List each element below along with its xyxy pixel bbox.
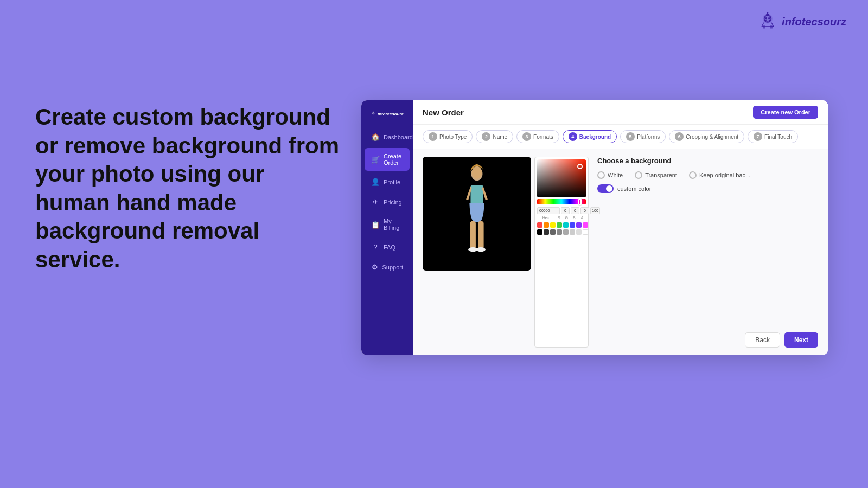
color-swatch-dark1[interactable] <box>544 229 549 235</box>
sidebar-item-label: Create Order <box>384 153 403 166</box>
sidebar-item-dashboard[interactable]: 🏠 Dashboard <box>365 128 410 146</box>
color-swatch-gray4[interactable] <box>570 229 575 235</box>
svg-rect-18 <box>470 221 476 250</box>
top-logo-text: infotecsourz <box>782 16 846 28</box>
hex-input[interactable] <box>537 207 560 214</box>
bg-options-row: White Transparent Keep original bac... <box>597 171 818 179</box>
sidebar-item-faq[interactable]: ? FAQ <box>365 238 410 256</box>
step-label-3: Formats <box>533 134 553 140</box>
color-picker-panel: Hex R G B A <box>534 157 589 348</box>
step-num-6: 6 <box>675 132 684 141</box>
custom-color-label: custom color <box>617 185 651 192</box>
color-swatch-gray3[interactable] <box>563 229 569 235</box>
sidebar-item-billing[interactable]: 📋 My Billing <box>365 213 410 236</box>
b-label: B <box>571 216 577 220</box>
svg-rect-8 <box>770 25 773 28</box>
svg-point-21 <box>476 247 486 252</box>
color-swatch-light[interactable] <box>576 229 582 235</box>
b-input[interactable] <box>580 207 589 214</box>
svg-rect-4 <box>766 14 769 16</box>
color-swatch-orange[interactable] <box>544 222 549 228</box>
sidebar-item-support[interactable]: ⚙ Support <box>365 258 410 276</box>
option-transparent[interactable]: Transparent <box>635 171 677 179</box>
content-area: Hex R G B A <box>413 149 828 355</box>
dashboard-icon: 🏠 <box>371 133 380 141</box>
choose-bg-title: Choose a background <box>597 157 818 165</box>
sidebar-logo-icon <box>371 108 375 120</box>
step-num-3: 3 <box>522 132 531 141</box>
main-content: New Order Create new Order 1 Photo Type … <box>413 100 828 355</box>
step-platforms[interactable]: 5 Platforms <box>620 130 666 143</box>
back-button[interactable]: Back <box>745 332 780 348</box>
step-num-5: 5 <box>626 132 635 141</box>
color-swatch-black[interactable] <box>537 229 542 235</box>
step-final-touch[interactable]: 7 Final Touch <box>748 130 798 143</box>
step-label-6: Cropping & Alignment <box>686 134 738 140</box>
action-buttons: Back Next <box>597 325 818 348</box>
svg-point-2 <box>765 17 768 20</box>
color-swatch-white[interactable] <box>583 229 588 235</box>
hue-cursor <box>578 198 582 205</box>
gradient-cursor <box>577 164 583 169</box>
color-gradient-box[interactable] <box>537 159 586 197</box>
sidebar-item-label: Dashboard <box>384 134 413 140</box>
g-label: G <box>563 216 570 220</box>
svg-rect-7 <box>763 25 765 28</box>
color-swatch-yellow[interactable] <box>550 222 556 228</box>
color-swatch-blue[interactable] <box>570 222 575 228</box>
hex-label: Hex <box>537 216 554 220</box>
preset-colors-row1 <box>537 222 586 228</box>
color-swatch-red[interactable] <box>537 222 542 228</box>
bg-options-area: Choose a background White Transparent <box>597 157 818 348</box>
r-input[interactable] <box>561 207 570 214</box>
svg-point-14 <box>373 112 373 112</box>
sidebar-item-label: FAQ <box>384 244 395 251</box>
color-swatch-green[interactable] <box>557 222 562 228</box>
next-button[interactable]: Next <box>784 332 818 348</box>
svg-point-3 <box>768 17 770 20</box>
g-input[interactable] <box>571 207 579 214</box>
preview-image <box>423 157 531 271</box>
preview-section: Hex R G B A <box>423 157 589 348</box>
step-cropping[interactable]: 6 Cropping & Alignment <box>669 130 744 143</box>
top-logo-container: infotecsourz <box>758 12 846 31</box>
step-label-7: Final Touch <box>764 134 792 140</box>
step-label-2: Name <box>493 134 507 140</box>
step-formats[interactable]: 3 Formats <box>516 130 559 143</box>
radio-transparent <box>635 171 642 179</box>
step-background[interactable]: 4 Background <box>563 130 617 143</box>
sidebar-item-label: Profile <box>384 179 400 185</box>
sidebar-logo-text: infotecsourz <box>378 112 404 117</box>
step-name[interactable]: 2 Name <box>476 130 513 143</box>
color-swatch-purple[interactable] <box>576 222 582 228</box>
profile-icon: 👤 <box>371 178 380 186</box>
color-swatch-magenta[interactable] <box>583 222 588 228</box>
sidebar: infotecsourz 🏠 Dashboard 🛒 Create Order … <box>361 100 413 355</box>
step-label-4: Background <box>579 134 611 140</box>
radio-white <box>597 171 605 179</box>
option-keep-original-label: Keep original bac... <box>699 172 750 178</box>
custom-color-row: custom color <box>597 184 818 193</box>
hue-bar[interactable] <box>537 199 586 204</box>
step-num-4: 4 <box>569 132 577 141</box>
create-new-order-button[interactable]: Create new Order <box>753 106 818 119</box>
color-swatch-gray2[interactable] <box>557 229 562 235</box>
sidebar-item-create-order[interactable]: 🛒 Create Order <box>365 148 410 171</box>
sidebar-item-pricing[interactable]: ✈ Pricing <box>365 193 410 211</box>
color-swatch-cyan[interactable] <box>563 222 569 228</box>
option-keep-original[interactable]: Keep original bac... <box>689 171 750 179</box>
sidebar-item-profile[interactable]: 👤 Profile <box>365 173 410 191</box>
step-num-7: 7 <box>754 132 762 141</box>
top-logo-icon <box>758 12 777 31</box>
step-photo-type[interactable]: 1 Photo Type <box>423 130 473 143</box>
step-label-5: Platforms <box>637 134 660 140</box>
sidebar-logo: infotecsourz <box>371 108 404 120</box>
preset-colors-row2 <box>537 229 586 235</box>
option-transparent-label: Transparent <box>645 172 677 178</box>
svg-point-6 <box>767 12 769 14</box>
option-white[interactable]: White <box>597 171 623 179</box>
color-swatch-gray1[interactable] <box>550 229 556 235</box>
model-silhouette <box>423 157 531 271</box>
custom-color-toggle[interactable] <box>597 184 614 193</box>
page-title: New Order <box>423 108 464 117</box>
